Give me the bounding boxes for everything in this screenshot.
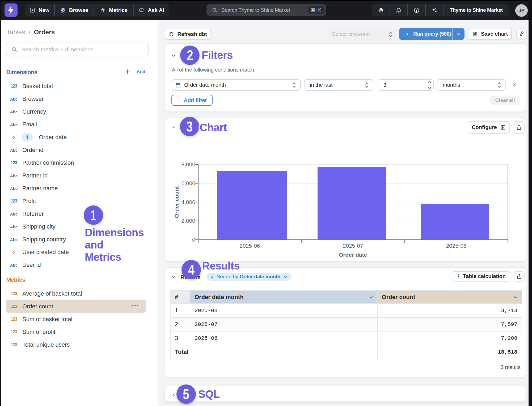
svg-text:2,000: 2,000	[181, 218, 195, 224]
svg-text:0: 0	[192, 237, 195, 243]
svg-text:Order count: Order count	[174, 186, 180, 218]
svg-text:2025-08: 2025-08	[446, 243, 466, 249]
svg-text:2025-06: 2025-06	[239, 243, 260, 249]
svg-text:6,000: 6,000	[181, 180, 195, 186]
svg-text:Order date: Order date	[339, 252, 367, 258]
svg-text:4,000: 4,000	[181, 199, 195, 205]
svg-text:2025-07: 2025-07	[343, 243, 363, 249]
svg-text:8,000: 8,000	[181, 161, 195, 167]
